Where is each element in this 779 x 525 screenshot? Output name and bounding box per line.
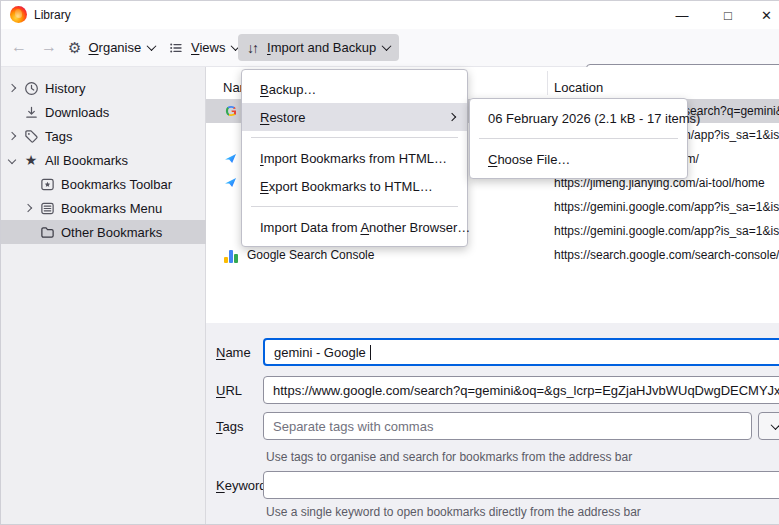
- chevron-right-icon: [24, 204, 32, 212]
- sidebar-item-other-bookmarks[interactable]: Other Bookmarks: [1, 220, 206, 244]
- window-controls: — □ ✕: [659, 1, 779, 29]
- url-label: URL: [216, 383, 242, 398]
- url-field[interactable]: https://www.google.com/search?q=gemini&o…: [263, 376, 779, 404]
- chevron-right-icon: [8, 84, 16, 92]
- gemini-favicon: [223, 223, 239, 239]
- toolbar: ← → ⚙ Organise Views ↓↑ Import and Backu…: [1, 29, 779, 67]
- back-button[interactable]: ←: [11, 38, 27, 56]
- window-title: Library: [34, 8, 71, 22]
- minimize-button[interactable]: —: [659, 1, 705, 29]
- menu-separator: [251, 137, 458, 138]
- tag-icon: [23, 128, 39, 144]
- sidebar-item-bookmarks-menu[interactable]: Bookmarks Menu: [1, 196, 206, 220]
- list-view-icon: [168, 40, 184, 56]
- bookmarks-toolbar-icon: [39, 176, 55, 192]
- title-bar: Library — □ ✕: [1, 1, 779, 29]
- sidebar-item-all-bookmarks[interactable]: ★ All Bookmarks: [1, 148, 206, 172]
- organise-label: Organise: [88, 40, 141, 55]
- bookmark-details-form: Name gemini - Google URL https://www.goo…: [206, 323, 779, 524]
- menu-item-import-bookmarks-from-html[interactable]: Import Bookmarks from HTML…: [242, 144, 467, 172]
- menu-item-restore[interactable]: Restore: [242, 103, 467, 131]
- clock-icon: [23, 80, 39, 96]
- gemini-favicon: [223, 127, 239, 143]
- restore-submenu: 06 February 2026 (2.1 kB - 17 items) Cho…: [469, 98, 688, 179]
- menu-separator: [479, 138, 678, 139]
- sidebar-item-label: Other Bookmarks: [61, 225, 162, 240]
- jimeng-favicon: [223, 175, 239, 191]
- menu-separator: [251, 206, 458, 207]
- chevron-right-icon: [8, 132, 16, 140]
- bookmarks-menu-icon: [39, 200, 55, 216]
- close-button[interactable]: ✕: [751, 1, 779, 29]
- views-label: Views: [191, 40, 225, 55]
- submenu-arrow-icon: [448, 113, 456, 121]
- name-label: Name: [216, 345, 251, 360]
- library-window: Library — □ ✕ ← → ⚙ Organise Views ↓↑ Im…: [0, 0, 779, 525]
- search-console-favicon: [223, 247, 239, 263]
- import-and-backup-menu: Backup… Restore Import Bookmarks from HT…: [241, 69, 468, 247]
- sidebar-item-label: All Bookmarks: [45, 153, 128, 168]
- text-caret: [370, 345, 371, 360]
- sidebar-item-label: Bookmarks Toolbar: [61, 177, 172, 192]
- gemini-favicon: [223, 199, 239, 215]
- chevron-down-icon: [382, 41, 392, 51]
- sidebar-item-tags[interactable]: Tags: [1, 124, 206, 148]
- download-icon: [23, 104, 39, 120]
- sidebar-item-label: History: [45, 81, 85, 96]
- tags-label: Tags: [216, 419, 243, 434]
- organise-menu-button[interactable]: ⚙ Organise: [59, 34, 164, 61]
- star-icon: ★: [23, 152, 39, 168]
- sidebar-item-downloads[interactable]: Downloads: [1, 100, 206, 124]
- gear-icon: ⚙: [68, 40, 81, 55]
- keyword-helper-text: Use a single keyword to open bookmarks d…: [266, 505, 641, 519]
- menu-item-import-data-from-another-browser[interactable]: Import Data from Another Browser…: [242, 213, 467, 241]
- column-divider[interactable]: [547, 71, 548, 95]
- import-and-backup-menu-button[interactable]: ↓↑ Import and Backup: [238, 34, 399, 61]
- keyword-label: Keyword: [216, 478, 267, 493]
- chevron-down-icon: [8, 156, 16, 164]
- google-favicon: G: [223, 103, 239, 119]
- name-field[interactable]: gemini - Google: [263, 338, 779, 366]
- firefox-logo-icon: [10, 6, 27, 23]
- folder-icon: [39, 224, 55, 240]
- menu-item-export-bookmarks-to-html[interactable]: Export Bookmarks to HTML…: [242, 172, 467, 200]
- column-header-location[interactable]: Location: [554, 80, 603, 95]
- tags-helper-text: Use tags to organise and search for book…: [266, 450, 632, 464]
- views-menu-button[interactable]: Views: [159, 34, 248, 61]
- import-and-backup-label: Import and Backup: [267, 40, 376, 55]
- sidebar-item-bookmarks-toolbar[interactable]: Bookmarks Toolbar: [1, 172, 206, 196]
- sidebar-item-label: Tags: [45, 129, 72, 144]
- jimeng-favicon: [223, 151, 239, 167]
- tags-field[interactable]: Separate tags with commas: [263, 412, 752, 440]
- chevron-down-icon: [147, 41, 157, 51]
- sidebar-item-label: Bookmarks Menu: [61, 201, 162, 216]
- submenu-item-choose-file[interactable]: Choose File…: [470, 145, 687, 173]
- sidebar-item-label: Downloads: [45, 105, 109, 120]
- maximize-button[interactable]: □: [705, 1, 751, 29]
- chevron-down-icon: [770, 420, 779, 430]
- import-export-arrows-icon: ↓↑: [247, 40, 260, 56]
- menu-item-backup[interactable]: Backup…: [242, 75, 467, 103]
- submenu-item-backup-entry[interactable]: 06 February 2026 (2.1 kB - 17 items): [470, 104, 687, 132]
- tags-dropdown-button[interactable]: [758, 412, 779, 440]
- forward-button[interactable]: →: [41, 38, 57, 56]
- sidebar: History Downloads Tags ★ All Bookmarks: [1, 67, 206, 524]
- sidebar-item-history[interactable]: History: [1, 76, 206, 100]
- keyword-field[interactable]: [263, 471, 779, 499]
